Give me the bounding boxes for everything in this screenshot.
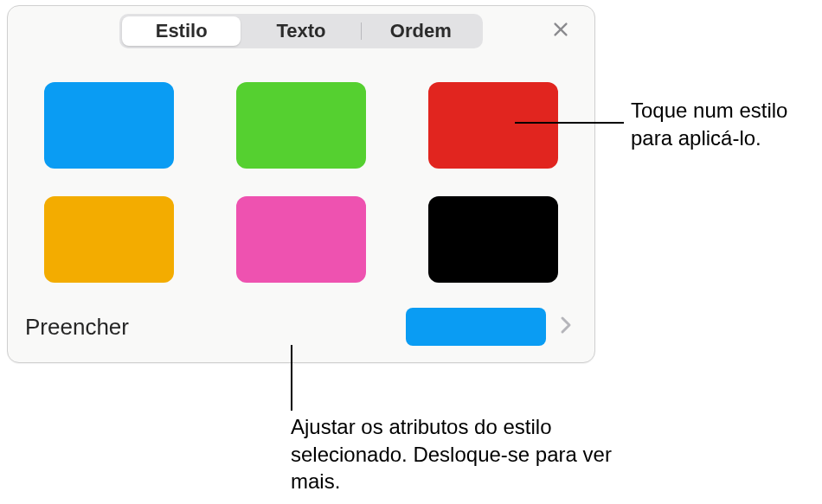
tab-label: Texto xyxy=(276,20,325,42)
fill-disclosure[interactable] xyxy=(555,316,577,338)
style-swatch-green[interactable] xyxy=(236,82,366,169)
tab-style[interactable]: Estilo xyxy=(122,16,241,46)
tab-order[interactable]: Ordem xyxy=(362,16,480,46)
format-panel: Estilo Texto Ordem xyxy=(7,5,595,363)
style-swatch-red[interactable] xyxy=(428,82,558,169)
fill-controls xyxy=(406,308,577,346)
callout-line xyxy=(291,345,292,411)
fill-row[interactable]: Preencher xyxy=(25,302,577,352)
style-swatch-black[interactable] xyxy=(428,196,558,283)
fill-color-swatch[interactable] xyxy=(406,308,546,346)
tab-label: Ordem xyxy=(390,20,452,42)
tab-label: Estilo xyxy=(156,20,208,42)
panel-header: Estilo Texto Ordem xyxy=(8,6,594,56)
fill-label: Preencher xyxy=(25,314,129,341)
close-icon xyxy=(551,20,570,42)
tab-bar: Estilo Texto Ordem xyxy=(119,14,483,48)
style-swatch-blue[interactable] xyxy=(44,82,174,169)
callout-apply-text: Toque num estilo para aplicá-lo. xyxy=(631,97,821,151)
style-swatch-yellow[interactable] xyxy=(44,196,174,283)
callout-line xyxy=(515,122,624,124)
tab-text[interactable]: Texto xyxy=(241,16,360,46)
chevron-right-icon xyxy=(560,316,572,338)
callout-adjust-text: Ajustar os atributos do estilo seleciona… xyxy=(291,413,628,495)
style-swatch-grid xyxy=(44,82,558,283)
style-swatch-pink[interactable] xyxy=(236,196,366,283)
close-button[interactable] xyxy=(546,16,575,46)
